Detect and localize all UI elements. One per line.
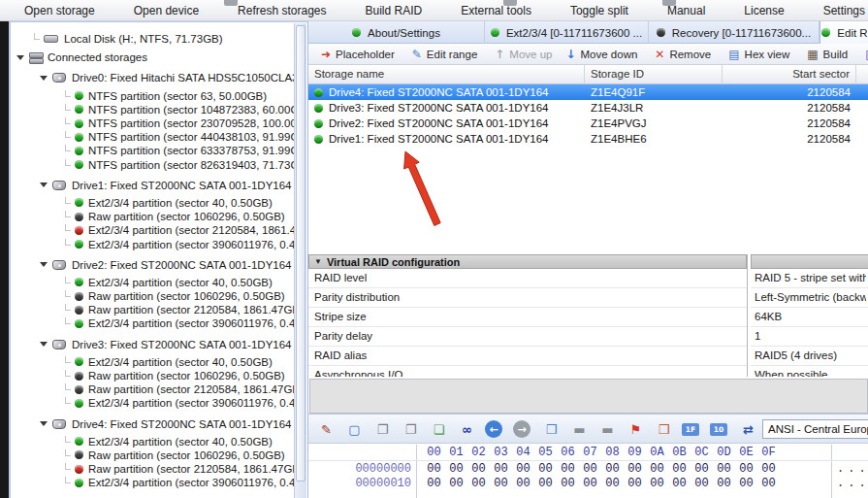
config-value[interactable]: Left-Symmetric (backward dynamic) (755, 288, 866, 307)
menu-item-toggle-split[interactable]: Toggle split (570, 4, 628, 17)
goto-offset-icon[interactable]: ❒ (541, 419, 562, 440)
config-value[interactable]: RAID5 (4 drives) (755, 347, 866, 365)
tree-item[interactable]: Drive0: Fixed Hitachi SATA HDS5C1050CLA3… (11, 71, 295, 84)
storage-id-cell: Z1E4BHE6 (585, 133, 723, 145)
tree-item[interactable]: Local Disk (H:, NTFS, 71.73GB) (11, 32, 295, 46)
tree-item[interactable]: NTFS partition (sector 633378753, 91.99G… (11, 144, 295, 157)
tree-item[interactable]: Raw partition (sector 1060296, 0.50GB) (11, 210, 295, 223)
copy-icon[interactable]: ❐ (372, 419, 393, 440)
column-header-storage-name[interactable]: Storage name (308, 65, 585, 84)
config-value[interactable]: 64KB (755, 308, 866, 326)
tree-item[interactable]: NTFS partition (sector 63, 50.00GB) (11, 89, 295, 103)
save-button[interactable]: ▣Save (858, 45, 868, 64)
storage-row[interactable]: Drive1: Fixed ST2000NC SATA 001-1DY164Z1… (308, 131, 868, 147)
config-value[interactable]: RAID 5 - stripe set with distributed par… (755, 269, 866, 287)
config-value[interactable]: 1 (755, 327, 866, 346)
tree-item[interactable]: Raw partition (sector 2120584, 1861.47GB… (11, 303, 295, 316)
tree-item[interactable]: Raw partition (sector 2120584, 1861.47GB… (11, 462, 295, 476)
encoding-select[interactable]: ANSI - Central Europe (762, 419, 868, 439)
config-row[interactable]: Asynchronous I/OWhen possible (308, 366, 868, 377)
move-down-button[interactable]: ↓Move down (559, 45, 644, 64)
storage-row[interactable]: Drive2: Fixed ST2000NC SATA 001-1DY164Z1… (308, 116, 868, 131)
tree-item[interactable]: Connected storages (11, 50, 295, 64)
tree-item[interactable]: NTFS partition (sector 230709528, 100.00… (11, 116, 295, 130)
tree-item[interactable]: Ext2/3/4 partition (sector 40, 0.50GB) (11, 435, 295, 448)
hex-col-header: 0B (668, 446, 691, 459)
tree-item[interactable]: Drive1: Fixed ST2000NC SATA 001-1DY164 (11, 179, 295, 192)
tree-item[interactable]: Ext2/3/4 partition (sector 3906011976, 0… (11, 316, 295, 330)
config-row[interactable]: Parity distributionLeft-Symmetric (backw… (308, 288, 868, 308)
config-value[interactable]: When possible (755, 366, 866, 377)
menu-item-refresh-storages[interactable]: Refresh storages (238, 4, 326, 17)
next-sector-icon[interactable]: ▬ (597, 419, 618, 440)
tree-item[interactable]: Ext2/3/4 partition (sector 2120584, 1861… (11, 223, 295, 237)
tree-item[interactable]: Ext2/3/4 partition (sector 3906011976, 0… (11, 396, 295, 410)
remove-button[interactable]: ✕Remove (648, 45, 718, 64)
tab-about-settings[interactable]: About/Settings (308, 21, 485, 44)
tree-item[interactable]: Raw partition (sector 1060296, 0.50GB) (11, 369, 295, 382)
hex-col-header: 00 (423, 446, 445, 459)
menu-item-open-device[interactable]: Open device (134, 4, 199, 17)
tree-item[interactable]: Ext2/3/4 partition (sector 40, 0.50GB) (11, 355, 295, 369)
hex-row[interactable]: 0000001000000000000000000000000000000000… (308, 477, 868, 491)
tree-item[interactable]: Ext2/3/4 partition (sector 3906011976, 0… (11, 237, 295, 250)
convert-dec-icon[interactable]: 10 (710, 423, 727, 436)
storage-row[interactable]: Drive4: Fixed ST2000NC SATA 001-1DY164Z1… (308, 84, 868, 100)
hex-view-button[interactable]: ▤Hex view (722, 45, 796, 64)
prev-sector-icon[interactable]: ▬ (569, 419, 590, 440)
raid-config-section-header[interactable]: ▼ Virtual RAID configuration (308, 254, 747, 269)
hex-view-icon: ▤ (728, 48, 739, 61)
config-row[interactable]: Stripe size64KB (308, 308, 868, 327)
tree-item[interactable]: NTFS partition (sector 440438103, 91.99G… (11, 130, 295, 144)
move-up-button[interactable]: ↑Move up (488, 45, 559, 64)
select-block-icon[interactable]: ▢ (344, 419, 365, 440)
raid-recovery-app: Open storageOpen deviceRefresh storagesB… (0, 0, 868, 498)
save-edit-icon[interactable]: ✎ (316, 419, 337, 440)
bookmark-flag-icon[interactable]: ⚑ (626, 419, 646, 440)
menu-item-open-storage[interactable]: Open storage (24, 4, 95, 17)
config-row[interactable]: RAID aliasRAID5 (4 drives) (308, 347, 868, 366)
menu-item-external-tools[interactable]: External tools (461, 4, 531, 17)
sidebar-scrollbar[interactable] (294, 23, 306, 498)
menu-item-build-raid[interactable]: Build RAID (366, 4, 423, 17)
expand-arrow-icon (40, 76, 48, 81)
edit-range-button[interactable]: ✎Edit range (405, 45, 485, 64)
tree-item[interactable]: Raw partition (sector 1060296, 0.50GB) (11, 289, 295, 303)
find-icon[interactable]: ∞ (457, 419, 477, 440)
tree-item[interactable]: NTFS partition (sector 826319403, 71.73G… (11, 158, 295, 172)
column-header-storage-id[interactable]: Storage ID (585, 65, 723, 84)
tree-item[interactable]: Ext2/3/4 partition (sector 40, 0.50GB) (11, 276, 295, 289)
tree-item[interactable]: Drive4: Fixed ST2000NC SATA 001-1DY164 (11, 417, 295, 431)
hex-row[interactable]: 0000000000000000000000000000000000000000… (308, 462, 868, 477)
expand-arrow-icon (40, 183, 48, 187)
convert-hex-icon[interactable]: 1F (682, 423, 699, 436)
tab-edit-raid[interactable]: Edit R (820, 21, 868, 44)
tree-item[interactable]: Raw partition (sector 1060296, 0.50GB) (11, 448, 295, 462)
config-row[interactable]: RAID levelRAID 5 - stripe set with distr… (308, 269, 868, 288)
paste-icon[interactable]: ❏ (429, 419, 449, 440)
hex-viewer[interactable]: 000102030405060708090A0B0C0D0E0F 0000000… (308, 445, 868, 498)
clipboard-mark-icon[interactable]: ❒ (654, 419, 674, 440)
refresh-icon[interactable]: ⇄ (738, 419, 758, 440)
tree-item[interactable]: NTFS partition (sector 104872383, 60.00G… (11, 103, 295, 116)
tree-item[interactable]: Drive2: Fixed ST2000NC SATA 001-1DY164 (11, 258, 295, 272)
tree-item[interactable]: Ext2/3/4 partition (sector 40, 0.50GB) (11, 196, 295, 210)
copy-formatted-icon[interactable]: ❐ (401, 419, 421, 440)
start-sector: 2120584 (807, 102, 851, 114)
tab-recovery[interactable]: Recovery [0-11711673600... (649, 21, 820, 44)
tree-item[interactable]: Raw partition (sector 2120584, 1861.47GB… (11, 382, 295, 396)
build-button[interactable]: ▦Build (800, 45, 854, 64)
config-row[interactable]: Parity delay1 (308, 327, 868, 347)
scrollbar-thumb[interactable] (296, 25, 305, 481)
menu-item-settings[interactable]: Settings (823, 4, 865, 17)
back-icon[interactable]: ← (485, 420, 502, 438)
tree-item[interactable]: Ext2/3/4 partition (sector 3906011976, 0… (11, 476, 295, 489)
tree-item[interactable]: Drive3: Fixed ST2000NC SATA 001-1DY164 (11, 338, 295, 351)
tab-ext234[interactable]: Ext2/3/4 [0-11711673600 ... (485, 21, 649, 44)
menu-item-license[interactable]: License (744, 4, 784, 17)
tree-branch-line (65, 449, 71, 456)
placeholder-button[interactable]: ➜Placeholder (314, 45, 402, 64)
forward-icon[interactable]: → (513, 420, 530, 438)
storage-row[interactable]: Drive3: Fixed ST2000NC SATA 001-1DY164Z1… (308, 100, 868, 116)
column-header-start-sector[interactable]: Start sector (723, 65, 856, 84)
